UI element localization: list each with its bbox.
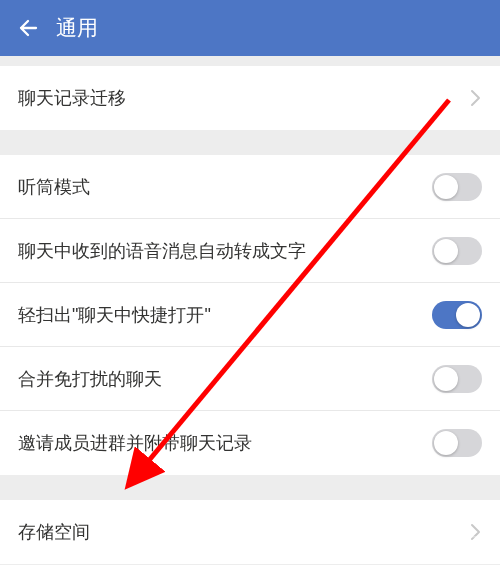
- header-bar: 通用: [0, 0, 500, 56]
- toggle-invite-history[interactable]: [432, 429, 482, 457]
- row-swipe-quick-open[interactable]: 轻扫出"聊天中快捷打开": [0, 283, 500, 347]
- row-chat-migration[interactable]: 聊天记录迁移: [0, 66, 500, 130]
- row-storage[interactable]: 存储空间: [0, 500, 500, 564]
- page-title: 通用: [56, 14, 98, 42]
- row-label: 聊天中收到的语音消息自动转成文字: [18, 239, 432, 263]
- chevron-right-icon: [470, 523, 482, 541]
- row-label: 合并免打扰的聊天: [18, 367, 432, 391]
- row-label: 听筒模式: [18, 175, 432, 199]
- row-label: 存储空间: [18, 520, 470, 544]
- row-merge-dnd-chats[interactable]: 合并免打扰的聊天: [0, 347, 500, 411]
- section-spacer: [0, 475, 500, 500]
- section-spacer: [0, 130, 500, 155]
- row-earpiece-mode[interactable]: 听筒模式: [0, 155, 500, 219]
- toggle-swipe-quick-open[interactable]: [432, 301, 482, 329]
- toggle-earpiece[interactable]: [432, 173, 482, 201]
- row-label: 邀请成员进群并附带聊天记录: [18, 431, 432, 455]
- row-label: 轻扫出"聊天中快捷打开": [18, 303, 432, 327]
- toggle-voice-to-text[interactable]: [432, 237, 482, 265]
- back-arrow-icon[interactable]: [14, 14, 42, 42]
- row-label: 聊天记录迁移: [18, 86, 470, 110]
- row-invite-with-history[interactable]: 邀请成员进群并附带聊天记录: [0, 411, 500, 475]
- toggle-merge-dnd[interactable]: [432, 365, 482, 393]
- section-spacer: [0, 56, 500, 66]
- chevron-right-icon: [470, 89, 482, 107]
- row-voice-to-text[interactable]: 聊天中收到的语音消息自动转成文字: [0, 219, 500, 283]
